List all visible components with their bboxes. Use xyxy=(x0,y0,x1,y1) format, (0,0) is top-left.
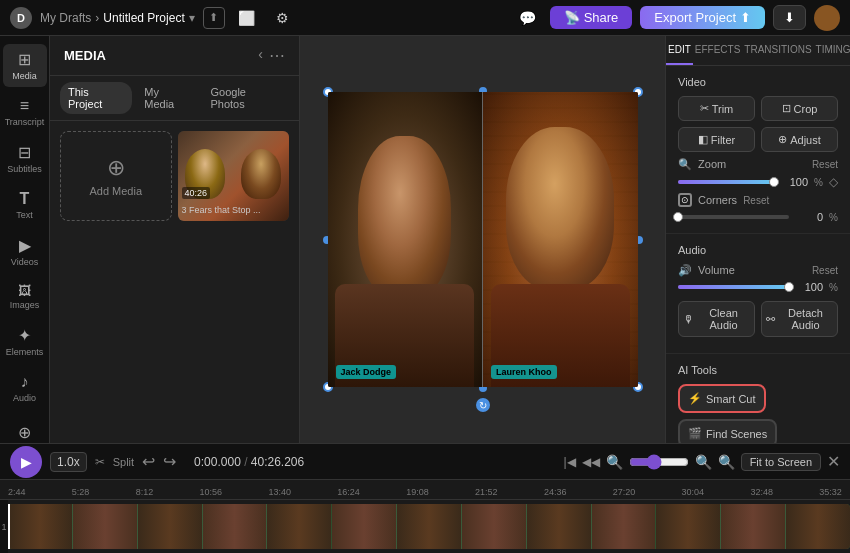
corners-toggle[interactable]: ⊙ xyxy=(678,193,692,207)
ruler-label: 13:40 xyxy=(268,487,291,497)
crop-icon: ⊡ xyxy=(782,102,791,115)
volume-slider[interactable] xyxy=(678,285,789,289)
videos-icon: ▶ xyxy=(19,236,31,255)
track-number: 1 xyxy=(1,522,6,532)
ruler-label: 5:28 xyxy=(72,487,90,497)
play-button[interactable]: ▶ xyxy=(10,446,42,478)
adjust-icon: ⊕ xyxy=(778,133,787,146)
media-more-icon[interactable]: ⋯ xyxy=(269,46,285,65)
zoom-out-icon[interactable]: 🔍 xyxy=(606,454,623,470)
find-scenes-icon: 🎬 xyxy=(688,427,702,440)
media-arrow-left-icon[interactable]: ‹ xyxy=(258,46,263,65)
zoom-thumb[interactable] xyxy=(769,177,779,187)
add-media-label: Add Media xyxy=(89,185,142,197)
volume-unit: % xyxy=(829,282,838,293)
tab-transitions[interactable]: TRANSITIONS xyxy=(742,36,813,65)
canvas-viewport[interactable]: Jack Dodge Lauren Khoo xyxy=(328,92,638,387)
zoom-row: 🔍 Zoom Reset xyxy=(678,158,838,171)
playhead[interactable] xyxy=(8,504,10,549)
media-panel: MEDIA ‹ ⋯ This Project My Media Google P… xyxy=(50,36,300,443)
video-section-title: Video xyxy=(678,76,838,88)
corners-thumb[interactable] xyxy=(673,212,683,222)
breadcrumb-project[interactable]: Untitled Project xyxy=(103,11,184,25)
lightning-icon: ⚡ xyxy=(688,392,702,405)
dropdown-icon[interactable]: ▾ xyxy=(189,11,195,25)
tab-my-media[interactable]: My Media xyxy=(136,82,198,114)
fit-to-screen-button[interactable]: Fit to Screen xyxy=(741,453,821,471)
video-buttons-row1: ✂ Trim ⊡ Crop xyxy=(678,96,838,121)
right-panel-tabs: EDIT EFFECTS TRANSITIONS TIMING xyxy=(666,36,850,66)
media-clip-item[interactable]: 40:26 3 Fears that Stop ... xyxy=(178,131,290,221)
chat-icon[interactable]: 💬 xyxy=(514,4,542,32)
zoom-in-icon[interactable]: 🔍 xyxy=(695,454,712,470)
breadcrumb: My Drafts › Untitled Project ▾ xyxy=(40,11,195,25)
zoom-reset[interactable]: Reset xyxy=(812,159,838,170)
nav-prev-icon[interactable]: ◀◀ xyxy=(582,455,600,469)
add-media-button[interactable]: ⊕ Add Media xyxy=(60,131,172,221)
ruler-label: 32:48 xyxy=(750,487,773,497)
export-button[interactable]: Export Project ⬆ xyxy=(640,6,765,29)
volume-reset[interactable]: Reset xyxy=(812,265,838,276)
rotate-handle[interactable]: ↻ xyxy=(476,398,490,412)
play-icon: ▶ xyxy=(21,454,32,470)
tab-this-project[interactable]: This Project xyxy=(60,82,132,114)
detach-audio-button[interactable]: ⚯ Detach Audio xyxy=(761,301,838,337)
scissors-icon: ✂ xyxy=(95,455,105,469)
timeline-timecode: 0:00.000 / 40:26.206 xyxy=(194,455,304,469)
clean-audio-button[interactable]: 🎙 Clean Audio xyxy=(678,301,755,337)
avatar[interactable] xyxy=(814,5,840,31)
ruler-label: 24:36 xyxy=(544,487,567,497)
download-button[interactable]: ⬇ xyxy=(773,5,806,30)
sidebar-item-audio[interactable]: ♪ Audio xyxy=(3,367,47,409)
trim-button[interactable]: ✂ Trim xyxy=(678,96,755,121)
crop-button[interactable]: ⊡ Crop xyxy=(761,96,838,121)
sidebar-item-subtitles[interactable]: ⊟ Subtitles xyxy=(3,137,47,180)
corners-reset[interactable]: Reset xyxy=(743,195,769,206)
ruler-ticks: 2:445:288:1210:5613:4016:2419:0821:5224:… xyxy=(0,480,850,499)
volume-slider-row: 100 % xyxy=(678,281,838,293)
tab-effects[interactable]: EFFECTS xyxy=(693,36,743,65)
corners-unit: % xyxy=(829,212,838,223)
zoom-control: 🔍 Zoom Reset 100 % ◇ xyxy=(678,158,838,189)
sidebar-item-elements[interactable]: ✦ Elements xyxy=(3,320,47,363)
filter-button[interactable]: ◧ Filter xyxy=(678,127,755,152)
filter-icon: ◧ xyxy=(698,133,708,146)
corners-slider[interactable] xyxy=(678,215,789,219)
sidebar-item-text[interactable]: T Text xyxy=(3,184,47,226)
zoom-range-input[interactable] xyxy=(629,454,689,470)
find-scenes-button[interactable]: 🎬 Find Scenes xyxy=(678,419,777,443)
zoom-label-icon[interactable]: 🔍 xyxy=(718,454,735,470)
redo-icon[interactable]: ↪ xyxy=(163,452,176,471)
nav-start-icon[interactable]: |◀ xyxy=(564,455,576,469)
smart-cut-button[interactable]: ⚡ Smart Cut xyxy=(678,384,766,413)
ai-tools-title: AI Tools xyxy=(678,364,838,376)
sidebar-item-videos[interactable]: ▶ Videos xyxy=(3,230,47,273)
sidebar-item-transcript[interactable]: ≡ Transcript xyxy=(3,91,47,133)
monitor-icon[interactable]: ⬜ xyxy=(233,4,261,32)
zoom-slider[interactable] xyxy=(678,180,774,184)
ruler-label: 19:08 xyxy=(406,487,429,497)
timeline-clip[interactable] xyxy=(8,504,850,549)
tab-timing[interactable]: TIMING xyxy=(814,36,850,65)
ai-tools-buttons: ⚡ Smart Cut 🎬 Find Scenes xyxy=(678,384,838,443)
sidebar-item-images[interactable]: 🖼 Images xyxy=(3,277,47,316)
tab-google-photos[interactable]: Google Photos xyxy=(202,82,289,114)
zoom-diamond[interactable]: ◇ xyxy=(829,175,838,189)
sidebar-item-media[interactable]: ⊞ Media xyxy=(3,44,47,87)
ai-tools-section: AI Tools ⚡ Smart Cut 🎬 Find Scenes xyxy=(666,354,850,443)
undo-icon[interactable]: ↩ xyxy=(142,452,155,471)
settings-icon[interactable]: ⚙ xyxy=(269,4,297,32)
split-button[interactable]: Split xyxy=(113,456,134,468)
close-timeline-icon[interactable]: ✕ xyxy=(827,452,840,471)
app-logo: D xyxy=(10,7,32,29)
adjust-button[interactable]: ⊕ Adjust xyxy=(761,127,838,152)
volume-thumb[interactable] xyxy=(784,282,794,292)
volume-control: 🔊 Volume Reset 100 % xyxy=(678,264,838,293)
speed-button[interactable]: 1.0x xyxy=(50,452,87,472)
sidebar-item-more[interactable]: ⊕ xyxy=(3,417,47,443)
share-button[interactable]: 📡 Share xyxy=(550,6,633,29)
timeline: ▶ 1.0x ✂ Split ↩ ↪ 0:00.000 / 40:26.206 … xyxy=(0,443,850,553)
share-upload-icon[interactable]: ⬆ xyxy=(203,7,225,29)
corners-label: Corners xyxy=(698,194,737,206)
tab-edit[interactable]: EDIT xyxy=(666,36,693,65)
